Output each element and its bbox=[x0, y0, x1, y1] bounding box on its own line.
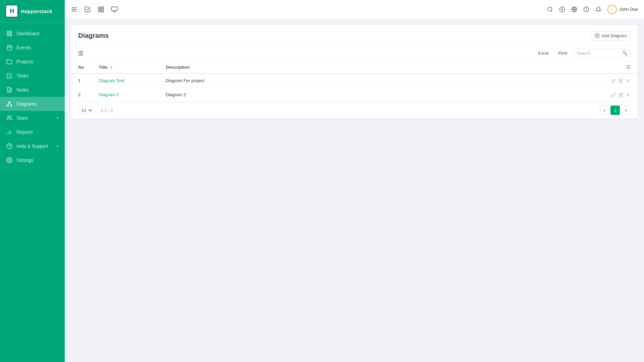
col-header-actions: ☰ bbox=[598, 61, 638, 73]
cell-actions-0 bbox=[598, 73, 638, 88]
logo-text: Hopperstack bbox=[21, 8, 52, 14]
user-badge[interactable]: ✓ John Due bbox=[607, 5, 638, 14]
notes-icon bbox=[6, 86, 13, 93]
sidebar-item-team[interactable]: Team ▾ bbox=[0, 111, 65, 125]
sidebar-item-notes[interactable]: Notes bbox=[0, 83, 65, 97]
svg-rect-3 bbox=[10, 34, 12, 36]
column-menu-icon[interactable]: ☰ bbox=[626, 64, 631, 70]
cell-title-1: Diagram 2 bbox=[91, 88, 158, 102]
svg-point-11 bbox=[7, 105, 9, 107]
table-search-input[interactable] bbox=[577, 51, 621, 56]
menu-icon[interactable] bbox=[71, 6, 77, 13]
sidebar-label-projects: Projects bbox=[16, 59, 34, 64]
topbar-left bbox=[71, 6, 118, 13]
sidebar-item-reports[interactable]: Reports bbox=[0, 125, 65, 139]
settings-icon bbox=[6, 157, 13, 164]
per-page-select[interactable]: 10 25 50 bbox=[78, 107, 93, 114]
clock-icon[interactable] bbox=[583, 6, 589, 12]
svg-rect-26 bbox=[102, 7, 104, 9]
toggle-columns-icon[interactable] bbox=[78, 51, 84, 56]
svg-rect-25 bbox=[99, 7, 101, 9]
page-title: Diagrams bbox=[78, 32, 109, 40]
sidebar-item-projects[interactable]: Projects bbox=[0, 55, 65, 69]
topbar-search-icon[interactable] bbox=[547, 6, 553, 12]
col-header-title[interactable]: Title ▼ bbox=[91, 61, 158, 73]
globe-icon[interactable] bbox=[571, 6, 577, 12]
diagrams-icon bbox=[6, 101, 13, 107]
page-first-button[interactable]: « bbox=[600, 106, 609, 115]
svg-point-12 bbox=[10, 105, 12, 107]
dashboard-icon bbox=[6, 30, 13, 37]
user-shield-icon: ✓ bbox=[607, 5, 617, 14]
pagination: « 1 » bbox=[600, 106, 631, 115]
topbar-right: ✓ John Due bbox=[547, 5, 638, 14]
link-icon-1[interactable] bbox=[611, 93, 616, 97]
col-header-no: No bbox=[71, 61, 91, 73]
sidebar-item-dashboard[interactable]: Dashboard bbox=[0, 26, 65, 41]
sidebar-label-notes: Notes bbox=[16, 87, 29, 93]
sidebar-label-events: Events bbox=[16, 45, 31, 50]
svg-point-10 bbox=[9, 102, 10, 103]
per-page-selector: 10 25 50 bbox=[78, 107, 95, 114]
col-header-description: Description bbox=[158, 61, 598, 73]
delete-icon-0[interactable] bbox=[626, 78, 631, 83]
svg-rect-27 bbox=[99, 10, 101, 12]
table-footer: 10 25 50 1-2 / 2 « 1 » bbox=[71, 102, 638, 118]
grid-icon[interactable] bbox=[98, 6, 104, 13]
sidebar-nav: Dashboard Events Projects bbox=[0, 22, 65, 362]
panel-header: Diagrams Add Diagram bbox=[71, 25, 638, 46]
diagram-link-1[interactable]: Diagram 2 bbox=[99, 92, 119, 97]
page-next-button[interactable]: » bbox=[621, 106, 631, 115]
add-diagram-button[interactable]: Add Diagram bbox=[591, 31, 631, 41]
cell-title-0: Diagram Test bbox=[91, 73, 158, 88]
svg-rect-0 bbox=[7, 31, 9, 33]
topbar-add-icon[interactable] bbox=[559, 6, 565, 12]
svg-rect-28 bbox=[102, 10, 104, 12]
sidebar-label-dashboard: Dashboard bbox=[16, 31, 40, 36]
user-name: John Due bbox=[619, 7, 638, 12]
link-icon-0[interactable] bbox=[611, 78, 616, 83]
svg-point-21 bbox=[9, 160, 10, 161]
bell-icon[interactable] bbox=[595, 6, 601, 12]
team-chevron-icon: ▾ bbox=[57, 116, 59, 120]
table-row: 1 Diagram Test Diagram For project bbox=[71, 73, 638, 88]
sidebar-item-tasks[interactable]: Tasks bbox=[0, 69, 65, 83]
main-wrapper: ✓ John Due Diagrams Add Diagram bbox=[65, 0, 644, 362]
delete-icon-1[interactable] bbox=[626, 93, 631, 97]
cell-no-0: 1 bbox=[71, 73, 91, 88]
cell-desc-1: Diagram 2 bbox=[158, 88, 598, 102]
svg-point-15 bbox=[8, 116, 10, 118]
projects-icon bbox=[6, 58, 13, 65]
table-toolbar: Excel Print 🔍 bbox=[71, 46, 638, 61]
cell-desc-0: Diagram For project bbox=[158, 73, 598, 88]
sidebar-item-help[interactable]: Help & Support ▾ bbox=[0, 139, 65, 153]
edit-icon-1[interactable] bbox=[619, 93, 623, 97]
cell-no-1: 2 bbox=[71, 88, 91, 102]
diagram-link-0[interactable]: Diagram Test bbox=[99, 78, 124, 83]
sidebar-label-reports: Reports bbox=[16, 129, 33, 135]
team-icon bbox=[6, 115, 13, 121]
sidebar: H Hopperstack Dashboard Events bbox=[0, 0, 65, 362]
print-button[interactable]: Print bbox=[555, 49, 570, 57]
svg-point-32 bbox=[548, 7, 552, 11]
edit-icon-0[interactable] bbox=[619, 78, 623, 83]
help-chevron-icon: ▾ bbox=[57, 144, 59, 148]
reports-icon bbox=[6, 129, 13, 135]
add-diagram-label: Add Diagram bbox=[601, 33, 627, 38]
page-1-button[interactable]: 1 bbox=[610, 106, 620, 115]
svg-rect-4 bbox=[7, 46, 12, 50]
svg-rect-44 bbox=[81, 51, 83, 55]
search-icon: 🔍 bbox=[622, 51, 628, 56]
table-row: 2 Diagram 2 Diagram 2 bbox=[71, 88, 638, 102]
table-header-row: No Title ▼ Description ☰ bbox=[71, 61, 638, 73]
sidebar-item-diagrams[interactable]: Diagrams bbox=[0, 97, 65, 111]
excel-button[interactable]: Excel bbox=[535, 49, 551, 57]
svg-line-13 bbox=[8, 103, 9, 105]
check-circle-icon[interactable] bbox=[84, 6, 91, 13]
svg-line-14 bbox=[9, 103, 11, 105]
sidebar-item-settings[interactable]: Settings bbox=[0, 153, 65, 167]
sidebar-item-events[interactable]: Events bbox=[0, 41, 65, 55]
tasks-icon bbox=[6, 72, 13, 79]
logo-area[interactable]: H Hopperstack bbox=[0, 0, 65, 22]
monitor-icon[interactable] bbox=[111, 6, 118, 13]
